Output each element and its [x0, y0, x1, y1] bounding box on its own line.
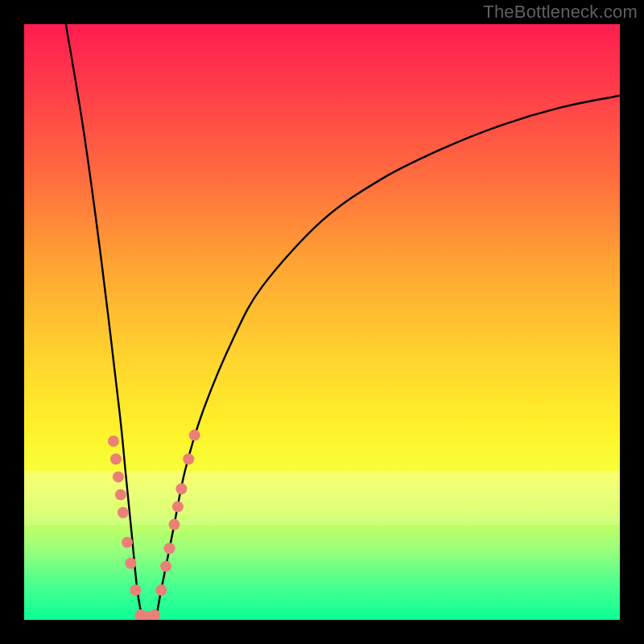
left-branch-dots-dot: [122, 537, 133, 548]
right-branch-dots-dot: [164, 543, 175, 554]
watermark-text: TheBottleneck.com: [483, 2, 638, 23]
right-branch-dots-dot: [155, 584, 167, 596]
chart-svg: [24, 24, 620, 620]
left-branch-dots-dot: [130, 584, 141, 596]
left-branch-dots-dot: [125, 558, 136, 569]
plot-area: [24, 24, 620, 620]
curve-layer: [66, 24, 620, 620]
right-branch-dots-dot: [172, 501, 184, 512]
right-branch-dots-dot: [189, 430, 200, 441]
right-branch-dots-dot: [168, 519, 180, 530]
left-branch-dots-dot: [113, 471, 124, 482]
right-branch-dots-dot: [183, 453, 194, 464]
markers-layer: [108, 430, 200, 620]
right-branch-dots-dot: [160, 560, 171, 572]
right-branch-dots-dot: [175, 483, 187, 494]
left-branch-dots-dot: [108, 436, 119, 447]
bottleneck-curve: [66, 24, 620, 620]
left-branch-dots-dot: [118, 507, 129, 518]
chart-frame: TheBottleneck.com: [0, 0, 644, 644]
left-branch-dots-dot: [110, 453, 122, 464]
left-branch-dots-dot: [115, 489, 126, 501]
